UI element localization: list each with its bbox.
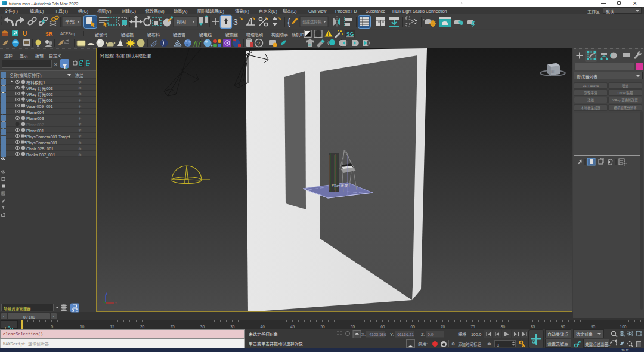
svg-text:SG: SG [346, 31, 354, 37]
svg-text:前: 前 [550, 69, 555, 74]
svg-text:SR: SR [45, 31, 53, 37]
svg-text:视图: 视图 [177, 18, 186, 25]
svg-text:?: ? [257, 41, 260, 47]
svg-text:0.0: 0.0 [428, 332, 434, 336]
svg-text:m: m [308, 43, 311, 47]
svg-text:全部: 全部 [65, 18, 75, 25]
svg-text:Z:: Z: [421, 332, 425, 337]
svg-text:-4103.586: -4103.586 [368, 332, 386, 336]
svg-text:Y:: Y: [390, 332, 394, 337]
svg-text:3: 3 [233, 17, 238, 27]
svg-text:{: { [287, 17, 290, 27]
svg-text:创建选择集: 创建选择集 [302, 18, 322, 24]
svg-text:VRay 毛发: VRay 毛发 [332, 183, 348, 188]
svg-text:X:: X: [361, 332, 366, 337]
svg-text:U: U [23, 30, 27, 37]
svg-text:ACEScg: ACEScg [60, 32, 75, 36]
svg-text:-61136.21: -61136.21 [396, 332, 414, 336]
